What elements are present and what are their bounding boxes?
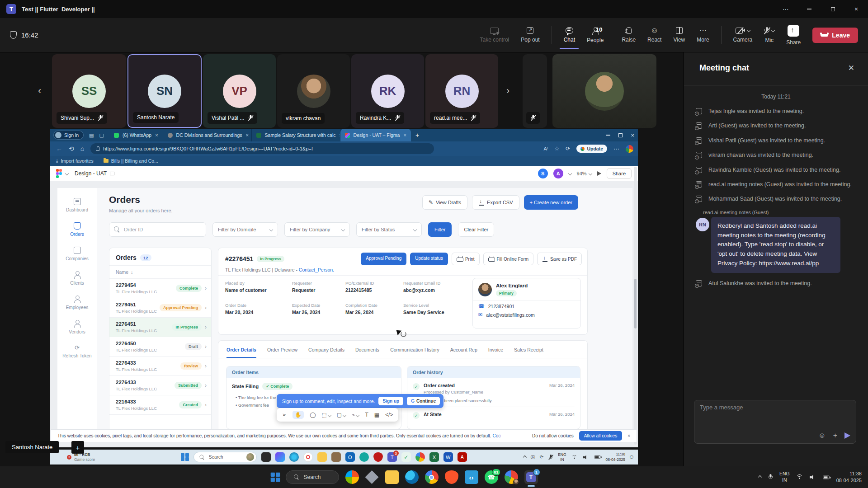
- wifi-icon[interactable]: [796, 474, 803, 480]
- app-icon[interactable]: [359, 452, 369, 462]
- order-row[interactable]: 2279451TL Flex Holdings LLC Approval Pen…: [109, 298, 211, 318]
- acrobat-icon[interactable]: A: [458, 452, 467, 462]
- app-icon[interactable]: [365, 470, 379, 484]
- mcafee-icon[interactable]: [373, 452, 383, 462]
- language-indicator[interactable]: ENGIN: [558, 452, 566, 462]
- designer-app-icon[interactable]: [275, 452, 285, 462]
- opera-icon[interactable]: O: [303, 452, 313, 462]
- contact-person-link[interactable]: Contact_Person.: [299, 267, 334, 272]
- participant-tile[interactable]: vikram chavan: [277, 54, 350, 128]
- region-tool-icon[interactable]: ⬚: [321, 412, 330, 418]
- emoji-icon[interactable]: ☺: [818, 432, 826, 440]
- sidebar-item-dashboard[interactable]: Dashboard: [57, 198, 97, 212]
- comment-tool-icon[interactable]: ◯: [310, 412, 316, 418]
- people-button[interactable]: 10 People: [587, 27, 610, 43]
- cursor-tool-icon[interactable]: ➢: [282, 412, 287, 418]
- file-explorer-icon[interactable]: [385, 470, 399, 484]
- participant-tile[interactable]: RN read.ai mee...: [425, 54, 498, 128]
- read-aloud-icon[interactable]: A⁾: [544, 146, 548, 152]
- bookmark-import-favorites[interactable]: ⤓Import favorites: [56, 158, 94, 164]
- mic-tray-icon[interactable]: [768, 474, 773, 480]
- new-tab-button[interactable]: +: [415, 131, 419, 139]
- teams-icon[interactable]: T2: [387, 452, 397, 462]
- home-icon[interactable]: ⌂: [80, 145, 84, 152]
- close-button[interactable]: ×: [844, 0, 868, 18]
- chrome-icon[interactable]: [415, 452, 425, 462]
- tab-documents[interactable]: Documents: [355, 347, 379, 358]
- order-row[interactable]: 2216433TL Flex Holdings LLC Created›: [109, 395, 211, 415]
- vertical-tabs-icon[interactable]: ▤: [89, 132, 94, 138]
- volume-icon[interactable]: [810, 475, 816, 479]
- figma-signup-button[interactable]: Sign up: [378, 397, 403, 405]
- send-icon[interactable]: [844, 432, 850, 439]
- presenter-toolbar-expand[interactable]: +: [71, 441, 84, 454]
- mic-chevron-icon[interactable]: [771, 28, 775, 32]
- link-tool-icon[interactable]: ⌁: [352, 412, 359, 418]
- workspaces-icon[interactable]: ▢: [99, 132, 104, 138]
- maximize-button[interactable]: [821, 0, 844, 18]
- excel-icon[interactable]: X: [429, 452, 439, 462]
- minimize-button[interactable]: [797, 0, 821, 18]
- leave-button[interactable]: Leave: [812, 28, 858, 43]
- contact-phone[interactable]: ☎2123874901: [473, 300, 580, 309]
- order-row[interactable]: 2279454TL Flex Holdings LLC Complete›: [109, 279, 211, 298]
- titlebar-more-icon[interactable]: ⋯: [774, 0, 797, 18]
- brave-icon[interactable]: [445, 470, 458, 484]
- view-drafts-button[interactable]: View Drafts: [422, 195, 467, 210]
- mic-off-tray-icon[interactable]: [549, 455, 553, 460]
- update-status-button[interactable]: Update status: [410, 253, 448, 265]
- shape-tool-icon[interactable]: ▢: [337, 412, 346, 418]
- clock[interactable]: 11:3808-04-2025: [836, 470, 862, 484]
- browser-minimize-icon[interactable]: [606, 135, 610, 136]
- chat-message-list[interactable]: Today 11:21 +Tejas Ingle was invited to …: [684, 85, 868, 413]
- browser-close-icon[interactable]: ×: [631, 132, 634, 139]
- code-tool-icon[interactable]: </>: [385, 412, 393, 418]
- sidebar-item-companies[interactable]: Companies: [57, 247, 97, 261]
- page-scrollbar[interactable]: [634, 167, 637, 445]
- browser-tab[interactable]: (6) WhatsApp×: [109, 129, 163, 141]
- figma-google-continue-button[interactable]: GContinue: [407, 397, 440, 405]
- chrome-profile-icon[interactable]: [505, 470, 518, 484]
- file-explorer-icon[interactable]: [317, 452, 327, 462]
- notification-bell-icon[interactable]: 🞅: [630, 455, 633, 460]
- participant-tile-overflow[interactable]: [523, 54, 547, 128]
- browser-tab-active[interactable]: Design - UAT – Figma×: [340, 129, 411, 141]
- browser-update-button[interactable]: Update: [576, 145, 607, 153]
- chrome-icon[interactable]: [425, 470, 439, 484]
- contact-email[interactable]: ✉alex@vstatefilings.com: [473, 309, 580, 318]
- sync-tray-icon[interactable]: ⟳: [540, 455, 543, 460]
- deny-cookies-button[interactable]: Do not allow cookies: [532, 433, 574, 438]
- view-button[interactable]: View: [673, 27, 685, 43]
- whatsapp-icon[interactable]: ☎81: [485, 470, 498, 484]
- react-button[interactable]: ☺ React: [647, 27, 661, 43]
- grid-tool-icon[interactable]: ▦: [374, 412, 379, 418]
- app-icon[interactable]: [331, 452, 341, 462]
- participant-tile[interactable]: RK Ravindra K...: [351, 54, 424, 128]
- figma-share-button[interactable]: Share: [607, 168, 632, 179]
- wifi-icon[interactable]: [571, 455, 577, 460]
- tab-order-preview[interactable]: Order Preview: [267, 347, 297, 358]
- export-csv-button[interactable]: Export CSV: [472, 195, 519, 210]
- participant-tile-speaking[interactable]: SN Santosh Narate: [127, 54, 202, 128]
- sync-icon[interactable]: ⟳: [566, 145, 570, 152]
- filter-button[interactable]: Filter: [428, 222, 452, 237]
- tab-close-icon[interactable]: ×: [155, 132, 158, 138]
- todo-icon[interactable]: ✓: [401, 452, 411, 462]
- copilot-icon[interactable]: [345, 470, 359, 484]
- tab-company-details[interactable]: Company Details: [308, 347, 344, 358]
- attach-plus-icon[interactable]: +: [833, 432, 837, 440]
- chat-input-box[interactable]: ☺ +: [694, 400, 856, 444]
- tab-account-rep[interactable]: Account Rep: [450, 347, 477, 358]
- cookie-settings-link[interactable]: Cookies settings: [493, 433, 500, 438]
- browser-profile-button[interactable]: Sign in: [53, 131, 84, 140]
- chat-button[interactable]: Chat: [564, 27, 575, 43]
- address-bar[interactable]: https://www.figma.com/design/9BKQ0FOHRWa…: [90, 143, 434, 154]
- filter-domicile-dropdown[interactable]: Filter by Domicile: [212, 222, 278, 237]
- filter-company-dropdown[interactable]: Filter by Company: [284, 222, 350, 237]
- battery-icon[interactable]: [823, 475, 829, 479]
- tab-close-icon[interactable]: ×: [245, 132, 248, 138]
- mic-button[interactable]: Mic: [764, 27, 774, 43]
- tray-expand-icon[interactable]: [758, 475, 762, 479]
- text-tool-icon[interactable]: T: [365, 412, 368, 418]
- order-row[interactable]: 2276450TL Flex Holdings LLC Draft›: [109, 337, 211, 357]
